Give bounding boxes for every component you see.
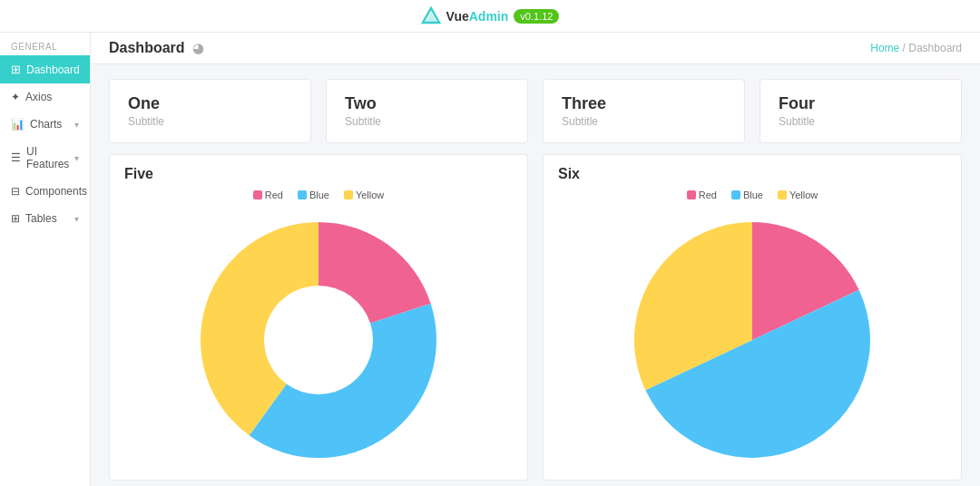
topbar: VueAdmin v0.1.12 <box>0 0 980 33</box>
sidebar-item-label: Charts <box>30 118 62 131</box>
sidebar-item-components[interactable]: ⊟ Components ▾ <box>0 178 90 205</box>
brand-accent: Admin <box>469 9 509 24</box>
github-icon[interactable]: ◕ <box>192 40 204 56</box>
card-four: Four Subtitle <box>760 79 962 143</box>
card-four-title: Four <box>779 94 943 113</box>
page-title: Dashboard <box>109 40 185 56</box>
dashboard-icon: ⊞ <box>11 63 21 76</box>
legend-red-dot <box>687 190 696 199</box>
charts-icon: 📊 <box>11 118 24 131</box>
cards-row: One Subtitle Two Subtitle Three Subtitle… <box>91 64 980 154</box>
charts-row: Five Red Blue Yellow <box>91 154 980 486</box>
sidebar-item-label: Axios <box>25 91 52 103</box>
chart-five-legend: Red Blue Yellow <box>124 190 513 200</box>
chart-five-title: Five <box>124 166 513 182</box>
legend-blue-dot <box>298 190 307 199</box>
chevron-down-icon: ▾ <box>74 153 79 163</box>
header-left: Dashboard ◕ <box>109 40 204 56</box>
sidebar-item-ui-features[interactable]: ☰ UI Features ▾ <box>0 138 90 178</box>
pie-svg <box>625 213 879 467</box>
card-one-title: One <box>128 94 292 113</box>
ui-features-icon: ☰ <box>11 151 21 164</box>
sidebar-item-label: Dashboard <box>26 63 80 76</box>
chart-six-panel: Six Red Blue Yellow <box>543 154 962 481</box>
breadcrumb-current: Dashboard <box>908 42 962 54</box>
chevron-down-icon: ▾ <box>74 214 79 224</box>
sidebar-item-label: UI Features <box>26 145 69 170</box>
card-four-subtitle: Subtitle <box>779 115 943 128</box>
card-two: Two Subtitle <box>326 79 528 143</box>
card-three-subtitle: Subtitle <box>562 115 726 128</box>
legend-yellow-label: Yellow <box>789 190 818 200</box>
legend-blue: Blue <box>298 190 329 200</box>
sidebar-section-label: GENERAL <box>0 33 90 55</box>
card-one-subtitle: Subtitle <box>128 115 292 128</box>
legend-red: Red <box>687 190 717 200</box>
donut-svg <box>191 213 446 467</box>
legend-blue-dot <box>731 190 740 199</box>
legend-blue-label: Blue <box>309 190 329 200</box>
tables-icon: ⊞ <box>11 212 20 225</box>
sidebar-item-dashboard[interactable]: ⊞ Dashboard <box>0 55 90 83</box>
legend-red-label: Red <box>265 190 283 200</box>
legend-yellow: Yellow <box>344 190 384 200</box>
sidebar-item-axios[interactable]: ✦ Axios <box>0 83 90 111</box>
brand-text: VueAdmin <box>446 9 509 24</box>
layout: GENERAL ⊞ Dashboard ✦ Axios 📊 Charts ▾ ☰… <box>0 33 980 486</box>
legend-red-label: Red <box>699 190 717 200</box>
components-icon: ⊟ <box>11 185 20 198</box>
chart-six-title: Six <box>558 166 946 182</box>
sidebar: GENERAL ⊞ Dashboard ✦ Axios 📊 Charts ▾ ☰… <box>0 33 91 486</box>
main-content: Dashboard ◕ Home / Dashboard One Subtitl… <box>91 33 980 486</box>
legend-yellow-dot <box>778 190 787 199</box>
sidebar-item-charts[interactable]: 📊 Charts ▾ <box>0 111 90 138</box>
chart-six-svg-wrap <box>558 208 946 472</box>
legend-yellow-label: Yellow <box>356 190 384 200</box>
sidebar-item-label: Components <box>25 185 87 198</box>
chevron-down-icon: ▾ <box>74 120 79 130</box>
chart-five-svg-wrap <box>124 208 513 472</box>
logo-icon <box>421 6 441 26</box>
legend-red: Red <box>253 190 283 200</box>
card-one: One Subtitle <box>109 79 311 143</box>
chart-five-panel: Five Red Blue Yellow <box>109 154 528 481</box>
version-badge: v0.1.12 <box>514 9 559 24</box>
breadcrumb: Home / Dashboard <box>870 42 962 54</box>
brand: VueAdmin v0.1.12 <box>421 6 560 26</box>
legend-yellow-dot <box>344 190 353 199</box>
card-two-subtitle: Subtitle <box>345 115 509 128</box>
legend-blue-label: Blue <box>743 190 763 200</box>
breadcrumb-home[interactable]: Home <box>870 42 899 54</box>
legend-blue: Blue <box>731 190 763 200</box>
legend-yellow: Yellow <box>778 190 818 200</box>
card-three: Three Subtitle <box>543 79 745 143</box>
legend-red-dot <box>253 190 262 199</box>
chart-six-legend: Red Blue Yellow <box>558 190 946 200</box>
card-two-title: Two <box>345 94 509 113</box>
sidebar-item-label: Tables <box>25 212 57 225</box>
axios-icon: ✦ <box>11 91 20 103</box>
content-header: Dashboard ◕ Home / Dashboard <box>91 33 980 64</box>
card-three-title: Three <box>562 94 726 113</box>
sidebar-item-tables[interactable]: ⊞ Tables ▾ <box>0 205 90 232</box>
